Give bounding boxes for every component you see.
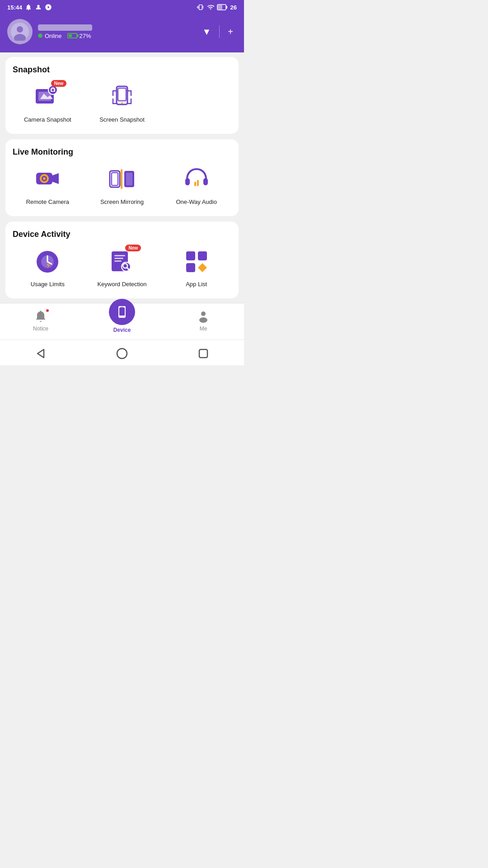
- device-activity-card: Device Activity Usage Limits: [5, 222, 239, 298]
- keyword-detection-label: Keyword Detection: [97, 281, 146, 288]
- status-time: 15:44: [7, 4, 22, 11]
- screen-snapshot-label: Screen Snapshot: [99, 116, 145, 124]
- status-left: 15:44: [7, 4, 52, 11]
- vibrate-icon: [197, 4, 204, 11]
- device-activity-grid: Usage Limits New: [13, 247, 231, 288]
- bottom-nav: Notice Device Me: [0, 303, 244, 340]
- snapshot-card: Snapshot New: [5, 57, 239, 134]
- keyword-detection-item[interactable]: New Keyword Detection: [87, 247, 157, 288]
- recents-square-icon: [198, 349, 208, 359]
- keyword-badge: New: [125, 245, 141, 251]
- camera-snapshot-badge: New: [51, 80, 67, 87]
- nav-notice-item[interactable]: Notice: [0, 309, 81, 332]
- one-way-audio-item[interactable]: One-Way Audio: [161, 165, 231, 206]
- svg-rect-3: [218, 5, 222, 9]
- user-status-row: Online 27%: [38, 33, 92, 39]
- dashboard-icon: [45, 4, 52, 11]
- screen-mirroring-item[interactable]: Screen Mirroring: [87, 165, 157, 206]
- svg-point-58: [199, 317, 207, 323]
- dropdown-button[interactable]: ▼: [199, 25, 215, 39]
- svg-rect-61: [199, 349, 207, 358]
- svg-rect-45: [114, 258, 123, 259]
- svg-rect-56: [121, 307, 123, 307]
- remote-camera-icon: [33, 165, 61, 193]
- username-blur: [38, 24, 92, 31]
- battery-status-row: 27%: [67, 33, 91, 39]
- alarm-icon: [25, 4, 32, 11]
- svg-rect-32: [126, 173, 132, 185]
- svg-rect-50: [186, 251, 195, 260]
- remote-camera-label: Remote Camera: [26, 198, 69, 206]
- svg-point-12: [52, 89, 54, 91]
- remote-camera-item[interactable]: Remote Camera: [13, 165, 83, 206]
- svg-point-60: [117, 349, 127, 359]
- camera-snapshot-item[interactable]: New Camera Snapshot: [13, 83, 83, 124]
- status-right: 26: [197, 4, 237, 11]
- usage-limits-icon-wrapper: [33, 247, 62, 276]
- svg-marker-59: [38, 349, 44, 358]
- home-circle-icon: [116, 348, 128, 359]
- back-button[interactable]: [29, 345, 52, 362]
- svg-rect-51: [198, 251, 207, 260]
- one-way-audio-icon: [183, 165, 211, 193]
- main-content: Snapshot New: [0, 52, 244, 303]
- camera-snapshot-icon-wrapper: New: [33, 83, 62, 112]
- header-left: Online 27%: [7, 19, 92, 44]
- add-device-button[interactable]: +: [224, 25, 237, 39]
- one-way-audio-label: One-Way Audio: [176, 198, 217, 206]
- svg-rect-35: [203, 178, 208, 185]
- screen-mirroring-icon: [108, 165, 136, 193]
- svg-rect-33: [121, 169, 122, 189]
- screen-snapshot-item[interactable]: Screen Snapshot: [87, 83, 157, 124]
- device-activity-title: Device Activity: [13, 230, 231, 239]
- snapshot-grid: New Camera Snapshot: [13, 83, 231, 124]
- svg-point-27: [43, 177, 46, 180]
- user-info: Online 27%: [38, 24, 92, 39]
- notice-icon-wrapper: [33, 309, 48, 324]
- svg-point-55: [122, 316, 123, 317]
- svg-rect-15: [118, 88, 126, 101]
- live-monitoring-title: Live Monitoring: [13, 147, 231, 157]
- battery-icon: [217, 4, 228, 10]
- me-profile-icon: [196, 309, 211, 324]
- svg-point-0: [38, 5, 40, 7]
- svg-rect-2: [226, 6, 227, 9]
- svg-rect-44: [114, 255, 125, 256]
- live-monitoring-grid: Remote Camera Screen Mirroring: [13, 165, 231, 206]
- online-indicator: Online: [38, 33, 62, 39]
- usage-limits-item[interactable]: Usage Limits: [13, 247, 83, 288]
- screen-snapshot-icon: [108, 84, 136, 111]
- recents-button[interactable]: [192, 345, 215, 362]
- camera-snapshot-icon: [34, 84, 61, 111]
- svg-point-57: [201, 311, 206, 316]
- online-label: Online: [45, 33, 62, 39]
- battery-percent: 27%: [80, 33, 91, 39]
- app-list-item[interactable]: App List: [161, 247, 231, 288]
- svg-rect-36: [194, 182, 196, 186]
- user-status-icon: [35, 4, 42, 11]
- header: Online 27% ▼ +: [0, 14, 244, 52]
- nav-me-item[interactable]: Me: [163, 309, 244, 332]
- live-monitoring-card: Live Monitoring Remote Camera: [5, 139, 239, 216]
- nav-device-item[interactable]: Device: [81, 308, 163, 333]
- svg-rect-13: [52, 87, 54, 88]
- svg-rect-52: [186, 263, 195, 272]
- app-list-icon-wrapper: [182, 247, 211, 276]
- screen-mirroring-icon-wrapper: [108, 165, 136, 194]
- keyword-detection-icon-wrapper: New: [108, 247, 136, 276]
- app-list-label: App List: [186, 281, 207, 288]
- header-divider: [219, 25, 220, 38]
- usage-limits-label: Usage Limits: [31, 281, 65, 288]
- device-circle-button[interactable]: [109, 299, 135, 325]
- svg-rect-46: [114, 260, 122, 262]
- system-nav-bar: [0, 340, 244, 365]
- online-dot: [38, 33, 42, 38]
- notice-label: Notice: [33, 326, 48, 332]
- avatar: [7, 19, 33, 44]
- device-label: Device: [113, 327, 131, 333]
- svg-rect-30: [112, 173, 118, 185]
- usage-limits-icon: [33, 248, 61, 276]
- header-right: ▼ +: [199, 25, 237, 39]
- home-button[interactable]: [111, 345, 133, 362]
- app-list-icon: [183, 248, 211, 276]
